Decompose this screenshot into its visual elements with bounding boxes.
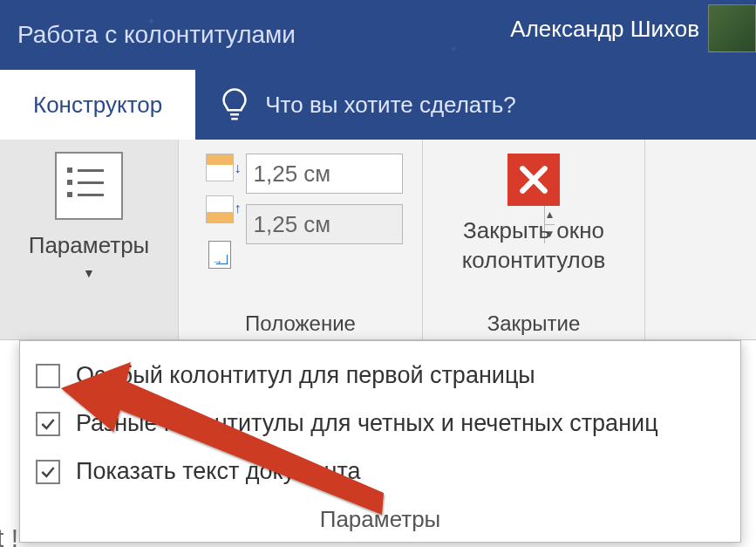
- header-from-top-spinner[interactable]: ▲ ▼: [246, 154, 403, 194]
- checkbox-show-document-text[interactable]: [36, 460, 60, 484]
- footer-from-bottom-icon: ↑: [206, 195, 234, 223]
- chevron-down-icon: ▼: [83, 266, 95, 280]
- document-body-fragment: t !: [0, 523, 18, 547]
- group-label-close: Закрытие: [423, 306, 644, 339]
- tell-me-label: Что вы хотите сделать?: [265, 92, 515, 119]
- dropdown-footer-label: Параметры: [36, 506, 725, 533]
- close-label-line1: Закрыть окно: [463, 217, 604, 243]
- header-from-top-icon: ↓: [206, 154, 234, 181]
- parameters-icon: [55, 152, 123, 220]
- tell-me-search[interactable]: Что вы хотите сделать?: [195, 70, 756, 140]
- option-show-document-text[interactable]: Показать текст документа: [36, 458, 725, 485]
- checkbox-odd-even-pages[interactable]: [36, 412, 60, 436]
- option-label: Особый колонтитул для первой страницы: [76, 362, 535, 389]
- parameters-label: Параметры: [29, 232, 150, 259]
- user-avatar[interactable]: [708, 4, 756, 52]
- lightbulb-icon: [221, 87, 248, 122]
- option-different-first-page[interactable]: Особый колонтитул для первой страницы: [36, 362, 725, 389]
- title-bar: Работа с колонтитулами Александр Шихов: [0, 0, 756, 70]
- insert-alignment-tab-icon[interactable]: [208, 241, 231, 269]
- footer-from-bottom-spinner[interactable]: ▲ ▼: [246, 204, 403, 244]
- tab-design-label: Конструктор: [33, 92, 162, 119]
- group-label-position: Положение: [179, 306, 422, 339]
- ribbon-group-close: Закрыть окно колонтитулов Закрытие: [423, 140, 645, 339]
- parameters-dropdown-panel: Особый колонтитул для первой страницы Ра…: [19, 340, 741, 543]
- option-label: Разные колонтитулы для четных и нечетных…: [76, 410, 658, 437]
- close-header-footer-button[interactable]: Закрыть окно колонтитулов: [462, 148, 606, 276]
- parameters-dropdown-button[interactable]: Параметры ▼: [10, 148, 167, 280]
- user-name[interactable]: Александр Шихов: [510, 16, 699, 43]
- tab-bar: Конструктор Что вы хотите сделать?: [0, 70, 756, 140]
- close-icon: [507, 154, 560, 206]
- option-label: Показать текст документа: [76, 458, 361, 485]
- ribbon-group-parameters: Параметры ▼: [0, 140, 179, 339]
- context-tab-title: Работа с колонтитулами: [17, 21, 296, 49]
- tab-design[interactable]: Конструктор: [0, 70, 195, 140]
- ribbon: Параметры ▼ ↓ ↑ ▲ ▼: [0, 140, 756, 340]
- close-label-line2: колонтитулов: [462, 247, 606, 273]
- checkbox-different-first-page[interactable]: [36, 364, 60, 388]
- option-odd-even-pages[interactable]: Разные колонтитулы для четных и нечетных…: [36, 410, 725, 437]
- ribbon-group-position: ↓ ↑ ▲ ▼ ▲ ▼: [179, 140, 423, 339]
